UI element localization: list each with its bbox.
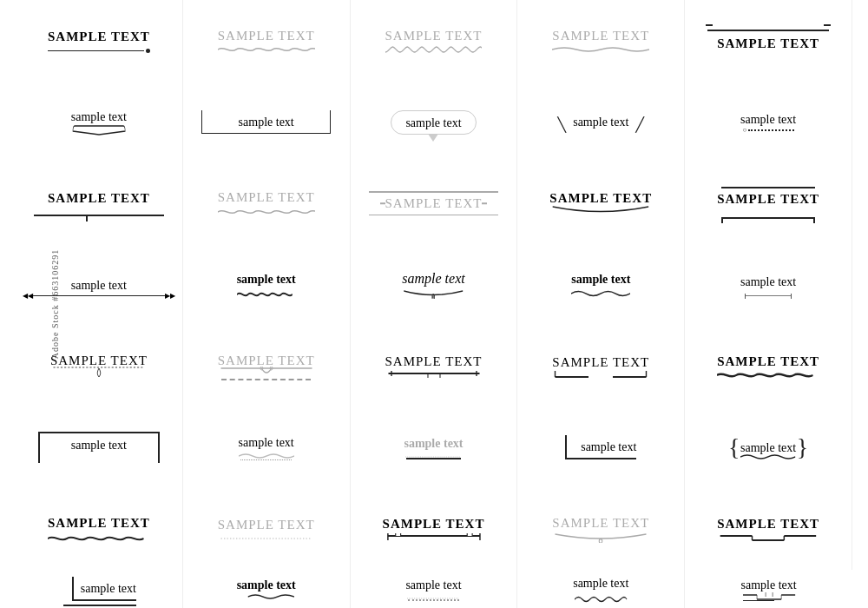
text-r2c2: sample text xyxy=(239,116,294,129)
brace-right: } xyxy=(797,435,808,459)
cell-r1c3: SAMPLE TEXT xyxy=(351,0,518,82)
cell-r5c1: SAMPLE TEXT xyxy=(16,326,183,407)
text-r1c3: SAMPLE TEXT xyxy=(385,29,483,43)
cell-r7c1: SAMPLE TEXT xyxy=(16,488,183,570)
text-decoration-r6c1: sample text xyxy=(38,432,161,463)
text-r3c1: SAMPLE TEXT xyxy=(48,191,150,205)
cell-r4c3: sample text xyxy=(351,244,518,326)
text-decoration-r6c2: sample text xyxy=(239,434,294,460)
cell-r1c4: SAMPLE TEXT xyxy=(517,0,685,82)
svg-rect-18 xyxy=(395,533,400,536)
cell-r4c1: sample text ◀ ▶ xyxy=(16,244,183,326)
cell-r7c3: SAMPLE TEXT xyxy=(351,488,518,570)
cell-r6c3: sample text xyxy=(351,407,518,489)
text-r4c5: sample text xyxy=(740,275,796,288)
cell-r2c3: sample text xyxy=(351,82,518,163)
text-decoration-r7c1: SAMPLE TEXT xyxy=(48,515,150,543)
text-r1c2: SAMPLE TEXT xyxy=(218,29,315,43)
text-decoration-r1c1: SAMPLE TEXT xyxy=(48,29,150,53)
cell-r6c1: sample text xyxy=(16,407,183,489)
text-r8c4: sample text xyxy=(573,577,628,590)
text-decoration-r1c3: SAMPLE TEXT xyxy=(385,28,483,54)
text-r3c3: SAMPLE TEXT xyxy=(385,196,483,210)
text-r6c4: sample text xyxy=(581,440,636,453)
text-r1c5: SAMPLE TEXT xyxy=(717,36,819,50)
text-decoration-r7c2: SAMPLE TEXT xyxy=(218,517,315,541)
text-r2c1: sample text xyxy=(71,110,127,123)
text-r1c4: SAMPLE TEXT xyxy=(552,29,649,43)
cell-r4c2: sample text xyxy=(183,244,351,326)
cell-r7c2: SAMPLE TEXT xyxy=(183,488,351,570)
cell-r4c4: sample text xyxy=(517,244,685,326)
text-decoration-r1c5: SAMPLE TEXT xyxy=(707,30,830,51)
cell-r7c4: SAMPLE TEXT xyxy=(517,488,685,570)
svg-rect-19 xyxy=(467,533,472,536)
text-decoration-r1c2: SAMPLE TEXT xyxy=(218,28,315,54)
text-decoration-r7c3: SAMPLE TEXT xyxy=(383,516,485,542)
text-decoration-r4c5: sample text xyxy=(740,274,796,296)
cell-r1c5: SAMPLE TEXT xyxy=(685,0,852,82)
text-r7c1: SAMPLE TEXT xyxy=(48,516,150,530)
cell-r2c1: sample text xyxy=(16,82,183,163)
cell-r5c2: SAMPLE TEXT xyxy=(183,326,351,407)
text-r6c2: sample text xyxy=(239,436,294,449)
text-r8c2: sample text xyxy=(237,578,296,591)
text-r7c4: SAMPLE TEXT xyxy=(552,516,649,530)
cell-r8c3: sample text xyxy=(351,570,518,608)
text-r6c1: sample text xyxy=(71,439,127,452)
text-decoration-r5c1: SAMPLE TEXT xyxy=(50,353,148,380)
adobe-stock-label: Adobe Stock #663106291 xyxy=(50,249,60,359)
cell-r5c5: SAMPLE TEXT xyxy=(685,326,852,407)
cell-r5c3: SAMPLE TEXT xyxy=(351,326,518,407)
cell-r8c2: sample text xyxy=(183,570,351,608)
text-decoration-r3c2: SAMPLE TEXT xyxy=(218,189,315,217)
svg-point-24 xyxy=(600,539,602,544)
text-decoration-r8c5: sample text xyxy=(741,577,797,601)
text-decoration-r7c5: SAMPLE TEXT xyxy=(717,516,819,542)
cell-r2c5: sample text xyxy=(685,82,852,163)
cell-r1c2: SAMPLE TEXT xyxy=(183,0,351,82)
cell-r8c4: sample text xyxy=(517,570,685,608)
text-decoration-r4c2: sample text xyxy=(237,271,296,299)
text-r8c3: sample text xyxy=(405,578,461,591)
text-decoration-r5c2: SAMPLE TEXT xyxy=(218,353,315,380)
text-decoration-r2c5: sample text xyxy=(740,111,796,134)
text-r3c2: SAMPLE TEXT xyxy=(218,190,315,204)
cell-r7c5: SAMPLE TEXT xyxy=(685,488,852,570)
cell-r1c1: SAMPLE TEXT xyxy=(16,0,183,82)
text-r7c2: SAMPLE TEXT xyxy=(218,518,315,532)
cell-r2c4: sample text xyxy=(517,82,685,163)
text-r2c3: sample text xyxy=(405,116,461,129)
text-decoration-r6c3: sample text xyxy=(404,435,463,459)
text-decoration-r4c3: sample text xyxy=(402,271,464,299)
text-r5c4: SAMPLE TEXT xyxy=(552,355,649,369)
text-decoration-r7c4: SAMPLE TEXT xyxy=(552,515,649,543)
text-r5c5: SAMPLE TEXT xyxy=(717,354,819,368)
cell-r8c5: sample text xyxy=(685,570,852,608)
cell-r3c1: SAMPLE TEXT xyxy=(16,162,183,244)
text-r8c5: sample text xyxy=(741,578,797,591)
cell-r5c4: SAMPLE TEXT xyxy=(517,326,685,407)
cell-r3c4: SAMPLE TEXT xyxy=(517,162,685,244)
cell-r6c5: { sample text } xyxy=(685,407,852,489)
text-r5c3: SAMPLE TEXT xyxy=(385,354,483,368)
text-r3c4: SAMPLE TEXT xyxy=(549,191,652,205)
text-r6c3: sample text xyxy=(404,437,463,450)
sample-grid: SAMPLE TEXT SAMPLE TEXT SAMPLE TEXT xyxy=(0,0,868,608)
text-decoration-r5c4: SAMPLE TEXT xyxy=(552,354,649,379)
text-r1c1: SAMPLE TEXT xyxy=(48,30,150,43)
text-decoration-r2c3: sample text xyxy=(391,110,476,135)
text-decoration-r5c5: SAMPLE TEXT xyxy=(717,354,819,380)
text-decoration-r3c4: SAMPLE TEXT xyxy=(549,190,652,216)
text-decoration-r3c3: SAMPLE TEXT xyxy=(369,192,498,215)
text-r5c2: SAMPLE TEXT xyxy=(218,354,315,367)
text-decoration-r8c1: sample text xyxy=(72,577,136,601)
cell-r3c2: SAMPLE TEXT xyxy=(183,162,351,244)
text-r7c3: SAMPLE TEXT xyxy=(383,517,485,531)
text-decoration-r4c1: sample text ◀ ▶ xyxy=(23,277,175,293)
text-r4c2: sample text xyxy=(237,273,296,286)
svg-point-1 xyxy=(433,295,434,298)
text-r6c5: sample text xyxy=(740,441,796,454)
text-decoration-r6c4: sample text xyxy=(565,435,636,459)
cell-r3c5: SAMPLE TEXT xyxy=(685,162,852,244)
